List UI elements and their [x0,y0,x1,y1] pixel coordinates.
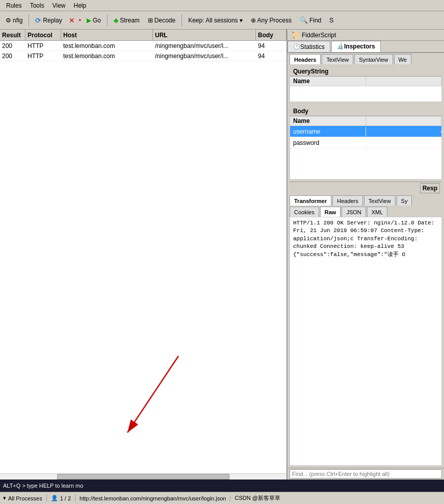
header-body: Body [256,30,286,40]
transformer-tabs-row: Transformer Headers TextView Sy [288,194,444,206]
find-input[interactable] [290,469,442,478]
querystring-section: QueryString Name [290,66,442,102]
cell-body: 94 [256,52,286,61]
body-cell-password-value [366,142,442,144]
cell-protocol: HTTP [25,52,61,61]
tab-headers[interactable]: Headers [290,54,321,64]
menu-help[interactable]: Help [70,1,91,10]
fiddler-script-header: 📜 FiddlerScript [288,30,444,41]
tab-response-sy[interactable]: Sy [397,195,412,206]
tab-syntaxview[interactable]: SyntaxView [354,54,393,64]
tab-json[interactable]: JSON [342,207,365,217]
querystring-empty [290,86,441,102]
status-url: http://test.lemonban.com/ningmengban/mvc… [80,495,226,501]
toolbar: ⚙ nfig ⟳ Replay ✕ • ▶ Go ♣ Stream ⊞ Deco… [0,11,444,30]
save-label: S [329,17,333,24]
status-bar: ▾ All Processes 👤 1 / 2 http://test.lemo… [0,492,444,504]
brand-label: CSDN @新客草草 [234,495,280,501]
find-bar [288,468,444,480]
go-play-icon: ▶ [87,17,91,24]
response-content[interactable]: HTTP/1.1 200 OK Server: nginx/1.12.0 Dat… [290,217,442,466]
table-row[interactable]: 200 HTTP test.lemonban.com /ningmengban/… [0,51,286,61]
inspectors-icon: 🔬 [337,43,344,49]
tab-cookies[interactable]: Cookies [290,207,319,217]
tab-raw[interactable]: Raw [320,207,341,217]
decode-icon: ⊞ [148,17,153,24]
querystring-header: Name [290,77,441,86]
find-button[interactable]: 🔍 Find [296,13,325,28]
tab-statistics[interactable]: 🕐 Statistics [288,41,330,52]
session-list[interactable]: 200 HTTP test.lemonban.com /ningmengban/… [0,41,286,257]
body-cell-username-value [366,131,442,133]
process-filter-label: All Processes [8,495,42,501]
menu-rules[interactable]: Rules [2,1,26,10]
process-filter-segment: ▾ All Processes [3,495,47,501]
find-icon: 🔍 [300,16,308,24]
menu-tools[interactable]: Tools [26,1,48,10]
tab-we[interactable]: We [394,54,411,64]
svg-line-1 [127,356,178,433]
empty-session-area [0,257,286,473]
keep-label: Keep: All sessions [188,17,238,24]
qs-value-header [366,77,442,86]
stream-button[interactable]: ♣ Stream [110,13,143,28]
body-title: Body [290,107,441,116]
any-process-button[interactable]: ⊕ Any Process [247,13,295,28]
any-process-label: Any Process [257,17,292,24]
replay-button[interactable]: ⟳ Replay [32,13,65,28]
qs-name-header: Name [290,77,366,86]
cross-icon: ✕ [67,16,77,24]
keep-button[interactable]: Keep: All sessions ▾ [185,13,246,28]
save-button[interactable]: S [326,13,337,28]
resp-label: Resp [420,183,440,193]
decode-button[interactable]: ⊞ Decode [144,13,179,28]
page-info-segment: 👤 1 / 2 [51,495,75,501]
separator-3 [181,14,182,27]
session-icon: 👤 [51,495,58,501]
right-panel: 📜 FiddlerScript 🕐 Statistics 🔬 Inspector… [288,30,444,480]
tab-xml[interactable]: XML [367,207,388,217]
response-text: HTTP/1.1 200 OK Server: nginx/1.12.0 Dat… [290,217,441,465]
keep-dropdown-icon: ▾ [240,17,243,24]
cell-result: 200 [0,41,25,51]
querystring-title: QueryString [290,67,441,77]
tab-response-textview[interactable]: TextView [364,195,396,206]
url-segment: http://test.lemonban.com/ningmengban/mvc… [80,495,230,501]
statistics-label: Statistics [300,43,325,51]
config-button[interactable]: ⚙ nfig [2,13,26,28]
table-row[interactable]: 200 HTTP test.lemonban.com /ningmengban/… [0,41,286,51]
cell-url: /ningmengban/mvc/user/l... [153,52,256,61]
cell-result: 200 [0,52,25,61]
cell-body: 94 [256,41,286,51]
body-cell-username: username [290,127,366,136]
body-row-username[interactable]: username [290,126,441,137]
tab-response-headers[interactable]: Headers [332,195,363,206]
tab-transformer[interactable]: Transformer [290,195,331,206]
decode-label: Decode [154,17,175,24]
brand-segment: CSDN @新客草草 [234,494,280,502]
cell-protocol: HTTP [25,41,61,51]
cell-url: /ningmengban/mvc/user/l... [153,41,256,51]
page-info: 1 / 2 [60,495,71,501]
h-scrollbar[interactable] [0,473,286,480]
body-cell-password: password [290,138,366,147]
stream-label: Stream [120,17,140,24]
tab-textview[interactable]: TextView [322,54,353,64]
replay-icon: ⟳ [35,16,41,24]
header-url: URL [153,30,256,40]
menu-view[interactable]: View [48,1,70,10]
red-arrow-annotation [102,351,234,443]
header-host: Host [61,30,153,40]
menu-bar: Rules Tools View Help [0,0,444,11]
body-row-password[interactable]: password [290,137,441,148]
separator-1 [29,14,29,27]
response-header-bar: Resp [290,182,442,194]
statistics-icon: 🕐 [293,43,300,50]
main-container: Result Protocol Host URL Body 200 HTTP t… [0,30,444,480]
body-value-header [366,116,442,125]
tab-inspectors[interactable]: 🔬 Inspectors [331,41,381,52]
bullet-icon: • [78,17,82,24]
command-text: ALT+Q > type HELP to learn mo [3,483,83,489]
go-button[interactable]: ▶ Go [83,13,105,28]
inspector-tabs-row: Headers TextView SyntaxView We [288,53,444,64]
